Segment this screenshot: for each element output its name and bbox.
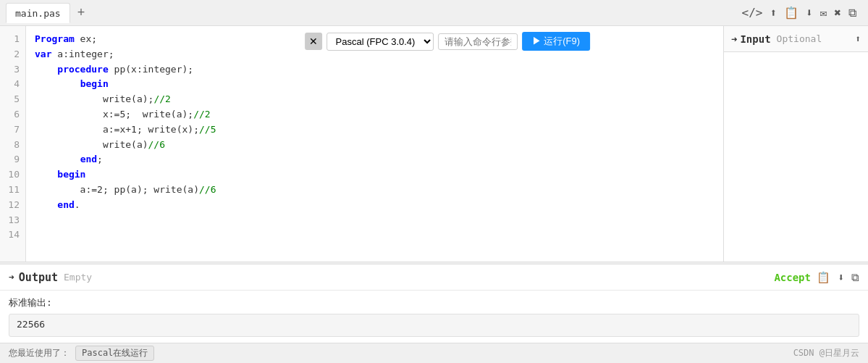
tab-add-button[interactable]: + [73, 5, 90, 20]
editor-main: 12345 678910 11121314 Program ex; var a:… [0, 26, 868, 262]
email-icon[interactable]: ✉ [820, 6, 827, 20]
code-overlay: ✕ Pascal (FPC 3.0.4) C (GCC 9.2) C++ (GC… [305, 32, 590, 51]
output-status: Empty [64, 272, 92, 283]
run-button[interactable]: ▶ 运行(F9) [522, 32, 590, 51]
line-numbers: 12345 678910 11121314 [0, 26, 26, 262]
tab-main-pas[interactable]: main.pas [6, 3, 70, 23]
cmd-input[interactable] [438, 33, 518, 50]
output-container: ➜ Output Empty Accept 📋 ⬇ ⧉ 标准输出: 22566 [0, 264, 868, 343]
expand-icon[interactable]: ⧉ [848, 6, 856, 20]
download-icon[interactable]: ⬇ [806, 6, 813, 20]
language-select[interactable]: Pascal (FPC 3.0.4) C (GCC 9.2) C++ (GCC … [326, 33, 434, 51]
toolbar-icons: </> ⬆ 📋 ⬇ ✉ ✖ ⧉ [742, 6, 862, 20]
input-panel-header: ➜ Input Optional ⬆ [724, 26, 868, 52]
output-expand-icon[interactable]: ⧉ [851, 271, 859, 284]
code-content[interactable]: Program ex; var a:integer; procedure pp(… [26, 26, 723, 262]
status-label: 您最近使用了： [9, 347, 69, 359]
output-download-icon[interactable]: ⬇ [838, 271, 844, 284]
accept-button[interactable]: Accept [774, 272, 811, 283]
close-icon[interactable]: ✖ [834, 6, 841, 20]
input-body[interactable] [724, 52, 868, 262]
stdout-label: 标准输出: [9, 296, 859, 309]
upload-icon[interactable]: ⬆ [770, 6, 777, 20]
input-title: ➜ Input [731, 33, 771, 45]
output-header: ➜ Output Empty Accept 📋 ⬇ ⧉ [0, 264, 868, 291]
tab-label: main.pas [15, 8, 61, 19]
copy-icon[interactable]: 📋 [784, 6, 799, 20]
input-upload-icon[interactable]: ⬆ [855, 33, 861, 44]
input-optional-label: Optional [777, 33, 822, 44]
status-right: CSDN @日星月云 [793, 347, 859, 359]
output-copy-icon[interactable]: 📋 [817, 271, 830, 284]
output-body: 标准输出: 22566 [0, 291, 868, 343]
code-area[interactable]: 12345 678910 11121314 Program ex; var a:… [0, 26, 723, 262]
input-panel: ➜ Input Optional ⬆ [723, 26, 868, 262]
embed-icon[interactable]: </> [742, 6, 763, 20]
output-arrow-icon: ➜ [9, 272, 14, 283]
output-icons: 📋 ⬇ ⧉ [817, 271, 859, 284]
overlay-close-button[interactable]: ✕ [305, 33, 322, 50]
input-arrow-icon: ➜ [731, 33, 737, 45]
stdout-value: 22566 [9, 314, 859, 337]
status-bar: 您最近使用了： Pascal在线运行 CSDN @日星月云 [0, 343, 868, 363]
status-value[interactable]: Pascal在线运行 [75, 346, 154, 361]
output-title: ➜ Output [9, 271, 58, 284]
tab-bar: main.pas + </> ⬆ 📋 ⬇ ✉ ✖ ⧉ [0, 0, 868, 26]
